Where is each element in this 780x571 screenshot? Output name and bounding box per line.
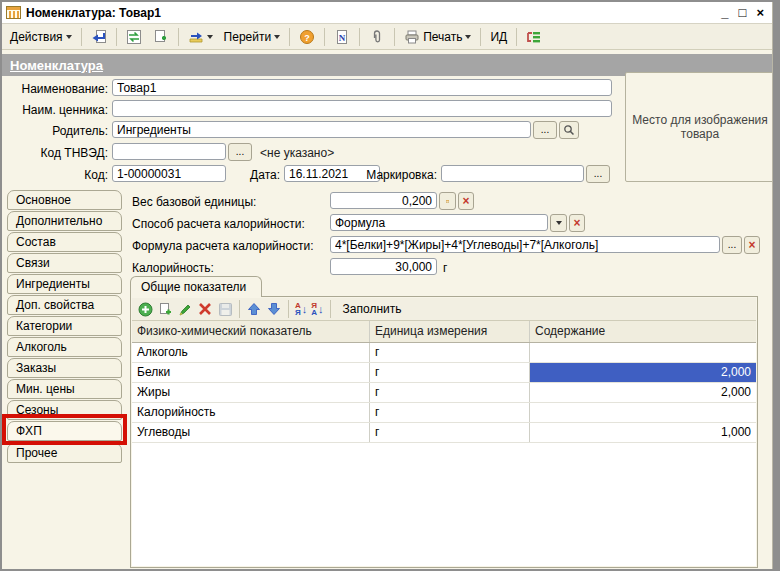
name-label: Наименование: [2,80,108,98]
table-row[interactable]: Калорийность г [132,403,756,423]
sidebar-tab-sezony[interactable]: Сезоны [7,400,122,420]
sidebar-tab-dopolnitelno[interactable]: Дополнительно [7,211,122,231]
catalog-item-icon [6,6,21,19]
goto-menu-button[interactable]: Перейти [220,27,285,47]
weight-label: Вес базовой единицы: [132,193,256,211]
print-menu-button[interactable]: Печать [400,27,475,47]
indicators-table: Физико-химический показатель Единица изм… [132,321,756,566]
attachments-button[interactable] [365,27,389,47]
sidebar-tab-alkogol[interactable]: Алкоголь [7,337,122,357]
calories-input[interactable] [330,258,437,275]
chevron-down-icon [465,35,471,39]
sidebar-tab-osnovnoe[interactable]: Основное [7,190,122,210]
weight-calculator-button[interactable] [439,192,456,210]
sidebar-tab-sostav[interactable]: Состав [7,232,122,252]
edit-row-button[interactable] [177,301,193,317]
weight-clear-button[interactable]: × [458,192,474,210]
table-row[interactable]: Алкоголь г [132,343,756,363]
delete-row-button[interactable] [197,301,213,317]
sort-descending-button[interactable]: ЯА ↓ [311,302,323,316]
pricetag-name-input[interactable] [112,100,612,117]
structure-button[interactable] [522,27,546,47]
parent-open-button[interactable] [559,121,579,139]
help-icon: ? [299,29,315,45]
tnved-input[interactable] [112,143,226,160]
table-row[interactable]: Жиры г 2,000 [132,383,756,403]
column-header-content[interactable]: Содержание [530,321,756,342]
sidebar-tab-ingredienty[interactable]: Ингредиенты [7,274,122,294]
formula-select-button[interactable]: ... [722,236,742,254]
move-up-button[interactable] [246,301,262,317]
sidebar-tab-dop-svoystva[interactable]: Доп. свойства [7,295,122,315]
cell-unit[interactable]: г [370,403,530,422]
cell-indicator[interactable]: Жиры [132,383,370,402]
svg-text:?: ? [304,32,310,42]
cell-unit[interactable]: г [370,343,530,362]
table-toolbar: АЯ ↓ ЯА ↓ Заполнить [132,298,756,321]
pricetag-name-label: Наим. ценника: [2,101,108,119]
nomenclature-link[interactable]: Номенклатура [10,58,103,73]
indicators-panel: АЯ ↓ ЯА ↓ Заполнить Физико-химический по… [130,296,758,568]
cell-indicator[interactable]: Углеводы [132,423,370,442]
arrow-up-icon [247,302,261,316]
svg-text:N: N [339,32,346,42]
hierarchy-icon [526,29,542,45]
copy-button[interactable] [149,27,173,47]
cell-unit[interactable]: г [370,363,530,382]
cell-content[interactable] [530,403,756,422]
formula-clear-button[interactable]: × [744,236,760,254]
parent-select-button[interactable]: ... [533,121,557,139]
close-button[interactable]: × [756,6,764,20]
move-down-button[interactable] [266,301,282,317]
formula-input[interactable] [330,236,720,253]
weight-input[interactable] [330,192,437,209]
goto-icon-button[interactable] [184,27,217,47]
magnifier-icon [563,124,575,136]
printer-icon [404,29,420,45]
code-input[interactable] [112,165,226,182]
sidebar-tab-fhp[interactable]: ФХП [7,421,122,441]
method-clear-button[interactable]: × [569,214,585,232]
actions-menu-button[interactable]: Действия [6,27,76,47]
cell-indicator[interactable]: Алкоголь [132,343,370,362]
chevron-down-icon [274,35,280,39]
method-input[interactable] [330,214,548,231]
cell-content[interactable] [530,343,756,362]
cell-content[interactable]: 2,000 [530,383,756,402]
minimize-button[interactable]: _ [721,6,728,20]
marking-select-button[interactable]: ... [586,165,610,183]
sidebar-tab-prochee[interactable]: Прочее [7,443,122,463]
open-document-button[interactable]: N [330,27,354,47]
cell-unit[interactable]: г [370,383,530,402]
marking-input[interactable] [441,165,584,182]
parent-input[interactable] [112,121,531,138]
add-row-button[interactable] [137,301,153,317]
calories-unit: г [443,259,447,277]
cell-content[interactable]: 1,000 [530,423,756,442]
copy-row-button[interactable] [157,301,173,317]
cell-content-selected[interactable]: 2,000 [530,363,756,382]
reread-button[interactable] [122,27,146,47]
tab-general-indicators[interactable]: Общие показатели [130,276,262,297]
table-row[interactable]: Углеводы г 1,000 [132,423,756,443]
tnved-select-button[interactable]: ... [228,143,252,161]
help-button[interactable]: ? [295,27,319,47]
maximize-button[interactable]: □ [739,6,747,20]
sidebar-tab-zakazy[interactable]: Заказы [7,358,122,378]
method-dropdown-button[interactable] [550,214,567,232]
column-header-unit[interactable]: Единица измерения [370,321,530,342]
name-input[interactable] [112,79,612,96]
fill-button[interactable]: Заполнить [337,300,408,318]
sidebar-tab-kategorii[interactable]: Категории [7,316,122,336]
sidebar-tab-min-tseny[interactable]: Мин. цены [7,379,122,399]
column-header-indicator[interactable]: Физико-химический показатель [132,321,370,342]
write-button[interactable] [87,27,111,47]
cell-unit[interactable]: г [370,423,530,442]
id-button[interactable]: ИД [486,27,511,47]
cell-indicator[interactable]: Калорийность [132,403,370,422]
table-row[interactable]: Белки г 2,000 [132,363,756,383]
sidebar-tab-svyazi[interactable]: Связи [7,253,122,273]
sort-ascending-button[interactable]: АЯ ↓ [295,302,307,316]
cell-indicator[interactable]: Белки [132,363,370,382]
sort-down-arrow-icon: ↓ [318,303,324,315]
